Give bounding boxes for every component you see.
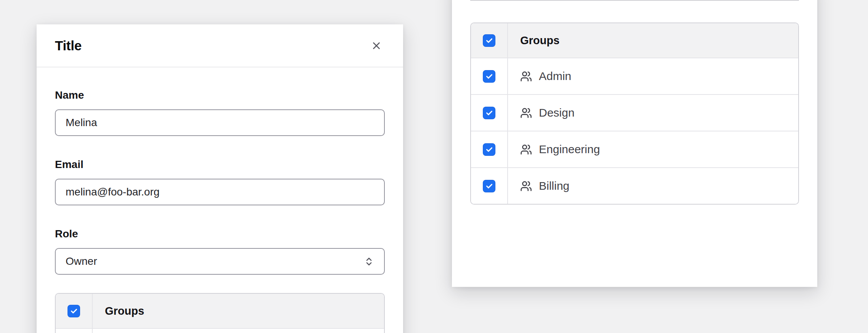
select-all-checkbox[interactable] — [68, 305, 80, 317]
role-field-group: Role Owner — [55, 227, 385, 275]
close-button[interactable] — [368, 37, 385, 54]
table-header-label: Groups — [508, 23, 798, 58]
check-icon — [485, 37, 493, 45]
close-icon — [371, 40, 382, 51]
table-row[interactable]: Engineering — [471, 131, 798, 167]
table-row[interactable]: Admin — [471, 58, 798, 94]
select-all-checkbox[interactable] — [483, 34, 495, 47]
role-select[interactable]: Owner — [55, 248, 385, 275]
table-header-label: Groups — [93, 294, 384, 328]
role-label: Role — [55, 227, 385, 240]
email-label: Email — [55, 158, 385, 171]
check-icon — [70, 307, 78, 315]
dialog-body: Name Email Role Owner — [37, 67, 403, 333]
check-icon — [485, 146, 493, 154]
header-check-cell — [471, 23, 508, 58]
group-name: Admin — [539, 70, 571, 83]
row-check-cell — [471, 95, 508, 131]
header-check-cell — [56, 294, 93, 328]
users-icon — [520, 180, 532, 192]
row-checkbox[interactable] — [483, 70, 495, 83]
row-label-cell: Billing — [508, 168, 798, 204]
group-name: Billing — [539, 179, 569, 192]
page-background: { "colors": { "accent_blue": "#1d6ff2", … — [0, 0, 868, 333]
row-label-cell — [93, 329, 384, 333]
users-icon — [520, 70, 532, 82]
table-row[interactable]: Billing — [471, 167, 798, 204]
row-checkbox[interactable] — [483, 180, 495, 192]
group-name: Design — [539, 106, 574, 119]
users-icon — [520, 144, 532, 155]
role-select-value: Owner — [66, 255, 97, 267]
user-dialog: Title Name Email Role Owner — [37, 24, 403, 333]
check-icon — [485, 182, 493, 190]
row-label-cell: Design — [508, 95, 798, 131]
row-check-cell — [56, 329, 93, 333]
row-check-cell — [471, 131, 508, 167]
table-header-row: Groups — [471, 23, 798, 58]
groups-panel: Groups — [452, 0, 817, 287]
table-row[interactable]: Design — [471, 94, 798, 131]
name-field-group: Name — [55, 89, 385, 136]
users-icon — [520, 107, 532, 119]
dialog-groups-table: Groups — [55, 293, 385, 333]
row-check-cell — [471, 58, 508, 94]
row-label-cell: Engineering — [508, 131, 798, 167]
check-icon — [485, 72, 493, 80]
row-check-cell — [471, 168, 508, 204]
name-input[interactable] — [55, 109, 385, 136]
cut-off-input-bottom — [470, 0, 799, 0]
email-input[interactable] — [55, 179, 385, 205]
group-name: Engineering — [539, 143, 600, 156]
name-label: Name — [55, 89, 385, 102]
dialog-title: Title — [55, 38, 82, 53]
email-field-group: Email — [55, 158, 385, 205]
row-label-cell: Admin — [508, 58, 798, 94]
dialog-header: Title — [37, 24, 403, 67]
row-checkbox[interactable] — [483, 107, 495, 119]
row-checkbox[interactable] — [483, 143, 495, 156]
chevron-updown-icon — [364, 256, 374, 267]
panel-groups-table: Groups — [470, 22, 799, 205]
check-icon — [485, 109, 493, 117]
table-row[interactable] — [56, 328, 384, 333]
table-header-row: Groups — [56, 294, 384, 328]
